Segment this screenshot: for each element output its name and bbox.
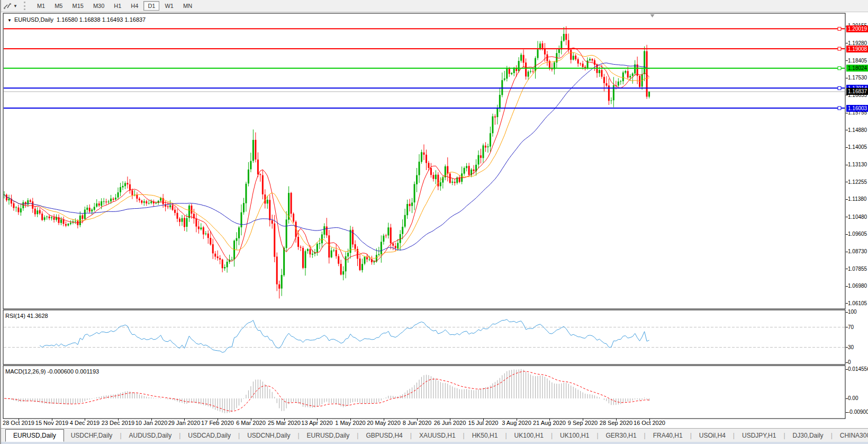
macd-indicator-label: MACD(12,26,9) -0.000600 0.001193 xyxy=(5,368,99,375)
tab-usdcnh-daily[interactable]: USDCNH,Daily xyxy=(240,430,297,441)
macd-axis-label: 0.014556 xyxy=(848,366,868,372)
date-axis-label: 29 Jan 2020 xyxy=(168,420,201,426)
timeframe-buttons: M1M5M15M30H1H4D1W1MN xyxy=(32,1,197,11)
hline-price-label: 1.20019 xyxy=(846,25,868,32)
timeframe-button-mn[interactable]: MN xyxy=(179,1,196,11)
date-axis-label: 17 Feb 2020 xyxy=(201,420,234,426)
tab-usdchf-daily[interactable]: USDCHF,Daily xyxy=(64,430,120,441)
tab-usoil-h4[interactable]: USOil,H4 xyxy=(692,430,733,441)
terminal-window: ▼ M1M5M15M30H1H4D1W1MN ▼EURUSD,Daily 1.1… xyxy=(0,0,868,444)
chart-canvas[interactable] xyxy=(1,0,868,444)
timeframe-button-m5[interactable]: M5 xyxy=(50,1,67,11)
date-axis-label: 28 Oct 2019 xyxy=(3,420,34,426)
price-axis-label: 1.09605 xyxy=(848,231,867,237)
chart-ohlc-values: 1.16580 1.16838 1.16493 1.16837 xyxy=(57,16,146,23)
hline-price-label: 1.18024 xyxy=(846,65,868,72)
rsi-axis-label: 70 xyxy=(848,324,854,330)
date-axis-label: 26 Jun 2020 xyxy=(434,420,466,426)
chart-symbol-title: EURUSD,Daily xyxy=(14,16,53,23)
price-axis-label: 1.11380 xyxy=(848,196,866,202)
tab-eurusd-daily[interactable]: EURUSD,Daily xyxy=(5,429,64,442)
price-axis-label: 1.13130 xyxy=(848,162,867,167)
date-axis-label: 15 Jul 2020 xyxy=(468,420,499,426)
toolbar-grip[interactable] xyxy=(24,2,28,10)
timeframe-button-h1[interactable]: H1 xyxy=(110,1,125,11)
date-axis-label: 6 Mar 2020 xyxy=(236,420,266,426)
price-axis-label: 1.12255 xyxy=(848,179,867,185)
timeframe-button-m1[interactable]: M1 xyxy=(33,1,49,11)
date-axis-label: 15 Nov 2019 xyxy=(35,420,68,426)
timeframe-button-w1[interactable]: W1 xyxy=(160,1,178,11)
rsi-axis-label: 30 xyxy=(848,344,854,350)
date-axis-label: 23 Dec 2019 xyxy=(102,420,134,426)
timeframe-button-m15[interactable]: M15 xyxy=(68,1,87,11)
tab-eurusd-daily[interactable]: EURUSD,Daily xyxy=(300,430,357,441)
price-axis-label: 1.07855 xyxy=(848,266,867,272)
tab-hk50-h1[interactable]: HK50,H1 xyxy=(465,430,505,441)
tab-ger30-h1[interactable]: GER30,H1 xyxy=(599,430,644,441)
timeframe-button-h4[interactable]: H4 xyxy=(126,1,142,11)
tab-xauusd-h1[interactable]: XAUUSD,H1 xyxy=(412,430,463,441)
date-axis-label: 20 May 2020 xyxy=(367,420,401,426)
chart-tab-bar: EURUSD,DailyUSDCHF,Daily|AUDUSD,Daily|US… xyxy=(1,428,868,442)
price-axis-label: 1.14880 xyxy=(848,127,867,133)
date-axis-label: 25 Mar 2020 xyxy=(268,420,301,426)
hline-price-label: 1.16003 xyxy=(846,105,868,112)
price-axis-label: 1.06105 xyxy=(848,300,867,306)
macd-axis-label: 0.00 xyxy=(848,395,858,401)
tool-dropdown-icon[interactable]: ▼ xyxy=(13,4,17,8)
price-axis-label: 1.08730 xyxy=(848,248,867,254)
current-price-label: 1.16837 xyxy=(846,88,868,95)
rsi-indicator-label: RSI(14) 41.3628 xyxy=(5,313,48,319)
tab-dj30-daily[interactable]: DJ30,Daily xyxy=(786,430,830,441)
date-axis-label: 16 Oct 2020 xyxy=(634,420,665,426)
price-axis-label: 1.06980 xyxy=(848,283,867,289)
date-axis-label: 4 Dec 2019 xyxy=(70,420,100,426)
date-axis-label: 9 Sep 2020 xyxy=(568,420,598,426)
chart-collapse-icon[interactable]: ▼ xyxy=(7,18,12,23)
price-axis-label: 1.14005 xyxy=(848,144,867,150)
tab-china300-h1[interactable]: CHINA300,H1 xyxy=(833,430,868,441)
date-axis-label: 13 Apr 2020 xyxy=(301,420,332,426)
drawing-tool-icon[interactable] xyxy=(3,2,12,10)
macd-axis-label: -0.00900 xyxy=(848,409,868,415)
date-axis-label: 1 May 2020 xyxy=(335,420,365,426)
date-axis-label: 21 Aug 2020 xyxy=(533,420,566,426)
hline-price-label: 1.19008 xyxy=(846,46,868,52)
timeframe-toolbar: ▼ M1M5M15M30H1H4D1W1MN xyxy=(1,0,868,12)
date-axis-label: 8 Jun 2020 xyxy=(403,420,431,426)
tab-usdcad-daily[interactable]: USDCAD,Daily xyxy=(181,430,238,441)
date-axis-label: 3 Aug 2020 xyxy=(502,420,531,426)
window-bottom-edge xyxy=(1,442,868,444)
rsi-axis-label: 100 xyxy=(848,309,857,315)
tab-uk100-h1[interactable]: UK100,H1 xyxy=(553,430,596,441)
tab-audusd-daily[interactable]: AUDUSD,Daily xyxy=(122,430,179,441)
date-axis-label: 28 Sep 2020 xyxy=(600,420,632,426)
price-axis-label: 1.10480 xyxy=(848,214,867,220)
timeframe-button-m30[interactable]: M30 xyxy=(89,1,108,11)
price-axis-label: 1.18405 xyxy=(848,58,867,64)
tab-fra40-h1[interactable]: FRA40,H1 xyxy=(646,430,690,441)
rsi-axis-label: 0 xyxy=(848,359,851,365)
date-axis-label: 10 Jan 2020 xyxy=(135,420,168,426)
price-axis-label: 1.17530 xyxy=(848,75,867,81)
tab-gbpusd-h4[interactable]: GBPUSD,H4 xyxy=(359,430,409,441)
tab-uk100-h1[interactable]: UK100,H1 xyxy=(508,430,550,441)
timeframe-button-d1[interactable]: D1 xyxy=(143,1,159,11)
tab-usdjpy-h1[interactable]: USDJPY,H1 xyxy=(735,430,783,441)
chart-title-line: ▼EURUSD,Daily 1.16580 1.16838 1.16493 1.… xyxy=(7,16,146,23)
